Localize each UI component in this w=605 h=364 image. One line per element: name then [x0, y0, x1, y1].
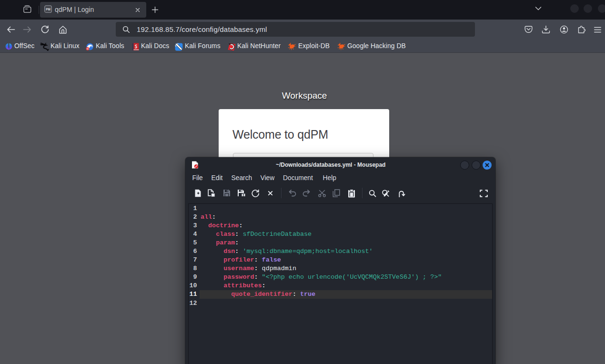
svg-text:11: 11: [87, 48, 89, 50]
svg-text:PM: PM: [46, 8, 50, 11]
